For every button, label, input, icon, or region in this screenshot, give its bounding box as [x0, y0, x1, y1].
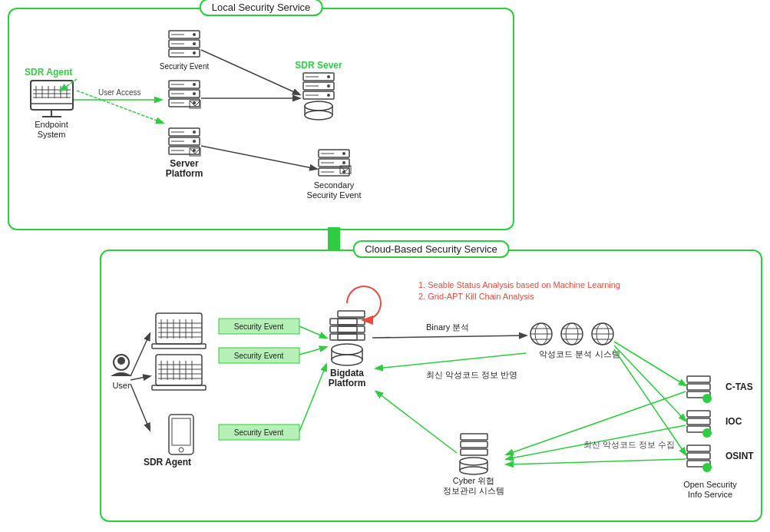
svg-rect-80: [328, 227, 340, 250]
local-security-section: Local Security Service: [8, 8, 514, 230]
local-security-label: Local Security Service: [200, 0, 323, 16]
cloud-security-label: Cloud-Based Security Service: [352, 240, 510, 258]
cloud-security-section: Cloud-Based Security Service: [100, 249, 762, 522]
